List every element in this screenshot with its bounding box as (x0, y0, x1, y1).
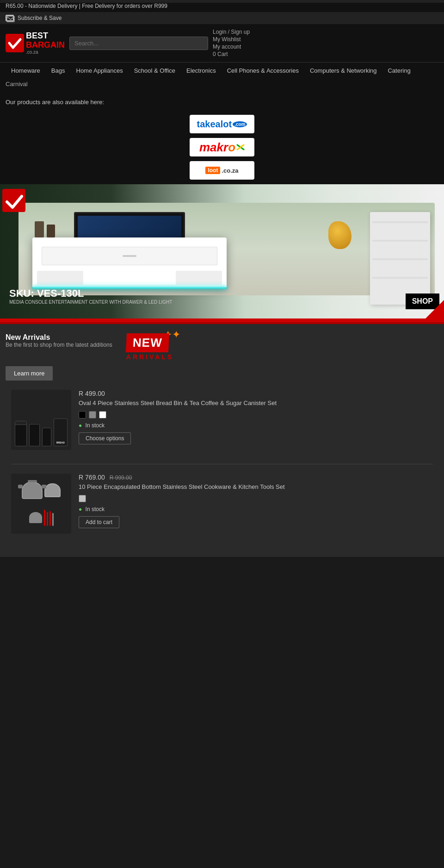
banner-logo (2, 189, 35, 218)
product-price-1: R 499.00 (79, 390, 433, 397)
product-image-canister: BREAD (11, 390, 71, 450)
nav-item-homeware[interactable]: Homeware (6, 62, 46, 79)
header: BEST BARGAIN .co.za Login / Sign up My W… (0, 24, 444, 62)
stock-dot-icon: ● (79, 422, 82, 429)
pot-1 (22, 481, 43, 499)
makro-logo[interactable]: makr o (190, 138, 254, 156)
product-price-2: R 769.00 R 999.00 (79, 474, 433, 481)
new-arrivals-header-area: New Arrivals Be the first to shop from t… (6, 333, 438, 361)
cart-link[interactable]: 0 Cart (213, 51, 250, 57)
wishlist-link[interactable]: My Wishlist (213, 36, 250, 43)
banner-sku-desc: MEDIA CONSOLE ENTERTAINMENT CENTER WITH … (9, 300, 172, 305)
learn-more-button[interactable]: Learn more (6, 366, 53, 381)
product-title-1: Oval 4 Piece Stainless Steel Bread Bin &… (79, 399, 433, 407)
product-old-price-2: R 999.00 (110, 475, 132, 481)
marketplace-logos: takealot .com makr o loot .co.za (0, 110, 444, 184)
product-stock-1: ● In stock (79, 422, 433, 429)
logo-checkmark-icon (6, 34, 24, 52)
logo[interactable]: BEST BARGAIN .co.za (6, 31, 65, 55)
decor-items (35, 221, 55, 237)
product-info-1: R 499.00 Oval 4 Piece Stainless Steel Br… (79, 390, 433, 444)
takealot-logo[interactable]: takealot .com (190, 115, 254, 133)
nav-item-bags[interactable]: Bags (46, 62, 71, 79)
nav-item-home-appliances[interactable]: Home Appliances (71, 62, 129, 79)
login-link[interactable]: Login / Sign up (213, 29, 250, 35)
color-swatch-white (99, 411, 106, 418)
color-swatch-silver (79, 495, 86, 502)
new-arrivals-badge: ✦✦ NEW ARRIVALS (126, 333, 174, 361)
main-nav: HomewareBagsHome AppliancesSchool & Offi… (0, 62, 444, 79)
color-swatch-black (79, 411, 86, 418)
red-strip (0, 318, 444, 322)
loot-logo[interactable]: loot .co.za (190, 161, 254, 180)
hero-banner: SKU: VES-130L MEDIA CONSOLE ENTERTAINMEN… (0, 184, 444, 318)
product-stock-2: ● In stock (79, 506, 433, 512)
nav-item-school---office[interactable]: School & Office (129, 62, 181, 79)
new-badge-text: NEW (126, 333, 169, 352)
nav-item-computers---networking[interactable]: Computers & Networking (304, 62, 382, 79)
logo-bargain: BARGAIN (26, 41, 65, 50)
product-button-2[interactable]: Add to cart (79, 516, 119, 528)
subscribe-text: Subscribe & Save (18, 15, 62, 21)
canister-3 (42, 428, 51, 446)
canister-1 (15, 421, 27, 446)
logo-text: BEST BARGAIN .co.za (26, 31, 65, 55)
search-bar (69, 37, 208, 50)
nav-item-catering[interactable]: Catering (382, 62, 416, 79)
nav-item-cell-phones---accessories[interactable]: Cell Phones & Accessories (222, 62, 304, 79)
header-links: Login / Sign up My Wishlist My account 0… (213, 29, 250, 57)
pot-2 (44, 483, 61, 497)
new-arrivals-text-col: New Arrivals Be the first to shop from t… (6, 333, 112, 354)
svg-rect-4 (2, 189, 25, 212)
available-text: Our products are also available here: (6, 99, 104, 106)
new-arrivals-section: New Arrivals Be the first to shop from t… (0, 324, 444, 557)
products-available: Our products are also available here: (0, 89, 444, 110)
banner-sku-label: SKU: VES-130L (9, 287, 172, 300)
new-arrivals-title: New Arrivals (6, 333, 112, 342)
product-colors-2 (79, 495, 433, 502)
account-link[interactable]: My account (213, 44, 250, 50)
logo-best: BEST (26, 31, 65, 41)
stock-dot-icon-2: ● (79, 506, 82, 512)
canister-2 (29, 424, 40, 446)
kitchen-tools (44, 510, 54, 526)
search-input[interactable] (69, 37, 208, 50)
product-card-1: BREAD R 499.00 Oval 4 Piece Stainless St… (6, 390, 438, 459)
email-icon (6, 15, 14, 21)
product-button-1[interactable]: Choose options (79, 432, 131, 444)
new-arrivals-subtitle: Be the first to shop from the latest add… (6, 342, 112, 348)
product-title-2: 10 Piece Encapsulated Bottom Stainless S… (79, 483, 433, 491)
arrivals-badge-text: ARRIVALS (126, 353, 174, 361)
delivery-text: R65.00 - Nationwide Delivery | Free Deli… (6, 3, 438, 9)
product-divider (11, 464, 433, 464)
cart-count: 0 (213, 51, 216, 57)
subscribe-bar[interactable]: Subscribe & Save (0, 12, 444, 24)
cart-label: Cart (217, 51, 228, 57)
tv-console (32, 237, 227, 288)
product-card-2: R 769.00 R 999.00 10 Piece Encapsulated … (6, 474, 438, 543)
banner-sku: SKU: VES-130L MEDIA CONSOLE ENTERTAINMEN… (9, 287, 172, 305)
sub-nav: Carnival (0, 79, 444, 89)
svg-rect-0 (7, 16, 14, 22)
product-info-2: R 769.00 R 999.00 10 Piece Encapsulated … (79, 474, 433, 528)
shelf-unit (370, 212, 430, 305)
pot-3 (29, 512, 42, 523)
logo-coza: .co.za (26, 50, 65, 55)
banner-corner-arrow (426, 300, 444, 318)
product-image-cookware (11, 474, 71, 534)
sub-nav-carnival[interactable]: Carnival (6, 81, 28, 87)
product-colors-1 (79, 411, 433, 418)
nav-item-electronics[interactable]: Electronics (181, 62, 222, 79)
color-swatch-gray (89, 411, 96, 418)
canister-bread: BREAD (54, 418, 68, 446)
